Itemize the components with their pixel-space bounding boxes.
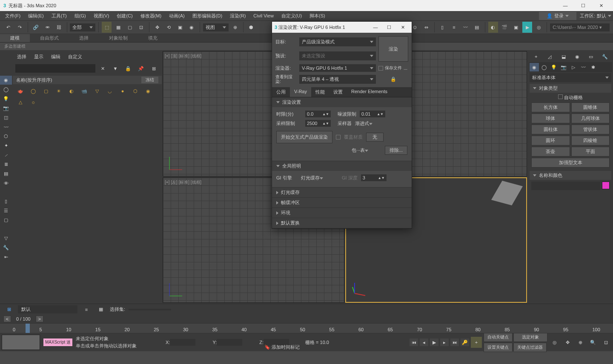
torus-button[interactable]: 圆环 xyxy=(531,136,570,145)
timelimit-input[interactable]: 0.0▲▼ xyxy=(305,111,331,117)
strip-layer-icon[interactable]: ≣ xyxy=(0,160,12,169)
motion-tab-icon[interactable]: ◉ xyxy=(573,52,582,61)
torus-icon[interactable]: ◯ xyxy=(27,86,39,96)
dialog-maximize-button[interactable]: ☐ xyxy=(383,25,395,30)
menu-group[interactable]: 组(G) xyxy=(71,12,89,20)
clear-search-button[interactable]: ✕ xyxy=(97,63,108,74)
utilities-tab-icon[interactable]: 🔧 xyxy=(600,52,610,61)
menu-civilview[interactable]: Civil View xyxy=(250,12,277,19)
add-key-button[interactable]: + xyxy=(471,337,482,348)
ribbon-tab-select[interactable]: 选择 xyxy=(69,34,99,42)
redo-button[interactable]: ↷ xyxy=(15,22,25,33)
savefile-checkbox[interactable] xyxy=(378,66,383,71)
name-column-header[interactable]: 名称(按升序排序) 冻结 xyxy=(13,76,162,84)
layer-button[interactable]: ≡ xyxy=(449,22,459,33)
tl-next-button[interactable]: > xyxy=(36,316,43,322)
menu-edit[interactable]: 编辑(E) xyxy=(25,12,47,20)
maxscript-listener[interactable]: MAXScript 迷 xyxy=(43,338,72,346)
textplus-button[interactable]: 加强型文本 xyxy=(531,158,610,168)
vp-nav2-icon[interactable]: ⊕ xyxy=(575,337,586,348)
cone-button[interactable]: 圆锥体 xyxy=(571,102,610,112)
render-frame-button[interactable]: ▣ xyxy=(511,22,521,33)
dtab-perf[interactable]: 性能 xyxy=(311,87,329,97)
project-path[interactable]: C:\Users\··· Max 2020 ▾ xyxy=(550,23,610,31)
cameras-cat-icon[interactable]: 📷 xyxy=(559,63,568,71)
vp-nav4-icon[interactable]: ⊡ xyxy=(600,337,611,348)
dialog-minimize-button[interactable]: — xyxy=(369,25,382,30)
cylinder-button[interactable]: 圆柱体 xyxy=(531,125,570,134)
goto-start-button[interactable]: ⏮ xyxy=(410,338,418,346)
scale-button[interactable]: ▣ xyxy=(175,22,185,33)
select-window-button[interactable]: ⊡ xyxy=(136,22,146,33)
menu-render[interactable]: 渲染(R) xyxy=(226,12,249,20)
select-name-button[interactable]: ▦ xyxy=(113,22,123,33)
lp-tab-display[interactable]: 显示 xyxy=(34,54,43,60)
select-button[interactable]: ⬚ xyxy=(102,22,112,33)
geosphere-icon[interactable]: ⬡ xyxy=(129,86,141,96)
modify-tab-icon[interactable]: ◿ xyxy=(545,52,554,61)
dtab-elements[interactable]: Render Elements xyxy=(347,87,392,97)
setkey-button[interactable]: 设置关键点 xyxy=(484,343,513,352)
renderer-dropdown[interactable]: V-Ray GPU 6 Hotfix 1 xyxy=(299,64,376,72)
strip-filter-icon[interactable]: ▽ xyxy=(0,234,12,243)
box-icon[interactable]: ▢ xyxy=(40,86,52,96)
ribbon-tab-freeform[interactable]: 自由形式 xyxy=(30,34,69,42)
dtab-vray[interactable]: V-Ray xyxy=(290,87,311,97)
helpers-cat-icon[interactable]: ▷ xyxy=(569,63,578,71)
noise-input[interactable]: 0.01▲▼ xyxy=(360,111,385,117)
strip-system-icon[interactable]: ⬡ xyxy=(0,132,12,141)
strip-doc-icon[interactable]: ▯ xyxy=(0,197,12,206)
mirror-button[interactable]: ⇔ xyxy=(421,22,431,33)
strip-helper-icon[interactable]: ◫ xyxy=(0,113,12,122)
placement-button[interactable]: ◉ xyxy=(187,22,197,33)
preset-dropdown[interactable]: 未选定预设 xyxy=(299,51,376,60)
wrap-dropdown[interactable]: 包···表 xyxy=(352,147,381,154)
sphere-icon[interactable]: ● xyxy=(117,86,129,96)
sphere-button[interactable]: 球体 xyxy=(531,114,570,123)
strip-page-icon[interactable]: ▢ xyxy=(0,216,12,225)
geosphere-button[interactable]: 几何球体 xyxy=(571,114,610,123)
savefile-browse[interactable]: ... xyxy=(404,65,407,71)
addtime-label[interactable]: 添加时间标记 xyxy=(272,344,300,350)
rs-rollout-header[interactable]: 渲染设置 xyxy=(272,97,412,107)
create-tab-icon[interactable]: + xyxy=(531,52,541,61)
key-mode-button[interactable]: 🔑 xyxy=(461,338,469,346)
menu-view[interactable]: 视图(V) xyxy=(90,12,113,20)
render-prod-button[interactable]: ◎ xyxy=(534,22,544,33)
isolate-icon[interactable]: ◎ xyxy=(549,337,560,348)
tube-button[interactable]: 管状体 xyxy=(571,125,610,134)
dome-icon[interactable]: ◡ xyxy=(104,86,116,96)
maximize-button[interactable]: ☐ xyxy=(575,0,592,11)
strip-group-icon[interactable]: ▤ xyxy=(0,169,12,178)
dtab-settings[interactable]: 设置 xyxy=(329,87,347,97)
strip-fx-icon[interactable]: ✦ xyxy=(0,141,12,150)
disp-rollout-header[interactable]: 默认置换 xyxy=(272,218,412,228)
lp-tab-custom[interactable]: 自定义 xyxy=(68,54,82,60)
strip-bone-icon[interactable]: ⟋ xyxy=(0,151,12,159)
strip-curve-icon[interactable]: 〰 xyxy=(0,122,12,131)
search-input[interactable] xyxy=(15,64,95,73)
menu-create[interactable]: 创建(C) xyxy=(113,12,136,20)
vp-nav3-icon[interactable]: 🔍 xyxy=(587,337,599,348)
selset-dropdown[interactable] xyxy=(129,309,171,310)
warps-cat-icon[interactable]: 〰 xyxy=(579,63,588,71)
pyramid-button[interactable]: 四棱锥 xyxy=(571,136,610,145)
menu-tools[interactable]: 工具(T) xyxy=(48,12,70,20)
move-button[interactable]: ✥ xyxy=(152,22,162,33)
keyfilter-button[interactable]: 关键点过滤器 xyxy=(513,343,547,352)
strip-view-icon[interactable]: 👁 xyxy=(0,179,12,188)
layers-icon[interactable]: ≡ xyxy=(81,304,92,315)
menu-grapheditor[interactable]: 图形编辑器(D) xyxy=(189,12,226,20)
spot-icon[interactable]: ◐ xyxy=(66,86,77,96)
tl-prev-button[interactable]: < xyxy=(3,316,11,322)
teapot-button[interactable]: 茶壶 xyxy=(531,147,570,156)
none-button[interactable]: 无 xyxy=(366,133,384,142)
geometry-cat-icon[interactable]: ◉ xyxy=(530,63,539,71)
link-button[interactable]: 🔗 xyxy=(31,22,41,33)
curve-button[interactable]: 〰 xyxy=(461,22,470,33)
undo-button[interactable]: ↶ xyxy=(3,22,13,33)
material-button[interactable]: ◐ xyxy=(488,22,498,33)
y-input[interactable] xyxy=(217,339,242,346)
strip-geometry-icon[interactable]: ◉ xyxy=(0,76,12,85)
gi-depth-input[interactable]: 3▲▼ xyxy=(361,174,387,181)
